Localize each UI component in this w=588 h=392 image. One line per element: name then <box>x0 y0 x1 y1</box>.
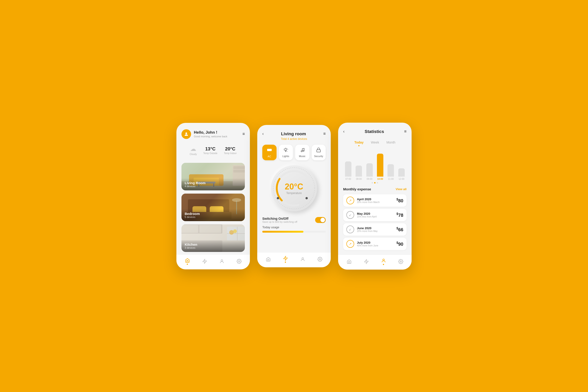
tab-lights[interactable]: Lights <box>279 145 293 160</box>
svg-point-44 <box>306 197 308 199</box>
bar-1100: 11:00 <box>386 164 395 180</box>
expense-june-amount: $66 <box>396 226 403 232</box>
bar-1000: 10:00 <box>376 154 384 180</box>
greeting-hello: Hello, John ! <box>194 130 242 135</box>
expense-june[interactable]: ↙ June 2020 20% more from May $66 <box>343 223 406 236</box>
svg-point-29 <box>233 230 237 233</box>
thermostat-container: 20°C Temperature <box>262 165 326 211</box>
arrow-down-icon-june: ↙ <box>346 226 354 233</box>
avatar <box>182 129 191 139</box>
room-card-kitchen[interactable]: Kitchen 3 devices <box>182 224 245 252</box>
svg-point-36 <box>285 148 287 150</box>
bar-1000-label: 10:00 <box>377 178 383 180</box>
greeting-section: Hello, John ! Good morning, welcome back <box>194 130 242 138</box>
s2-menu-icon[interactable]: ≡ <box>323 131 326 136</box>
svg-point-48 <box>400 261 402 262</box>
expense-july-info: July 2020 40% more from June <box>357 241 394 247</box>
svg-point-19 <box>232 198 241 202</box>
kitchen-devices: 3 devices <box>185 246 242 249</box>
expense-april-info: April 2020 20% more from March <box>357 198 394 204</box>
cloud-icon: ☁ <box>190 145 197 152</box>
screen3-phone: ‹ Statistics ≡ Today Week Month <box>338 123 412 270</box>
expense-july[interactable]: ↗ July 2020 40% more from June $90 <box>343 238 406 250</box>
bar-1100-label: 11:00 <box>388 178 394 180</box>
tab-security[interactable]: Security <box>312 145 326 160</box>
chart-dots <box>343 182 406 184</box>
nav-power-2[interactable] <box>283 256 288 263</box>
svg-rect-11 <box>233 166 245 169</box>
lights-icon <box>283 148 288 154</box>
tab-lights-label: Lights <box>282 155 289 158</box>
svg-point-30 <box>221 260 222 261</box>
arrow-down-icon-may: ↙ <box>346 211 354 219</box>
tab-today[interactable]: Today <box>354 139 364 148</box>
tab-music-label: Music <box>299 155 306 158</box>
svg-point-47 <box>383 259 384 260</box>
expense-april[interactable]: ↗ April 2020 20% more from March $80 <box>343 194 406 207</box>
today-dot <box>358 145 360 146</box>
nav-power-3[interactable] <box>364 259 369 264</box>
nav-dot-2 <box>285 262 286 263</box>
weather-condition: ☁ Cloudy <box>190 145 197 156</box>
month-label: Month <box>386 140 395 144</box>
greeting-subtitle: Good morning, welcome back <box>194 135 242 138</box>
arrow-up-icon-april: ↗ <box>346 196 354 204</box>
usage-bar-bg <box>262 231 326 233</box>
security-icon <box>316 148 321 154</box>
nav-settings-2[interactable] <box>318 257 322 262</box>
expense-july-amount: $90 <box>396 241 403 247</box>
s2-header: ‹ Living room ≡ <box>262 131 326 136</box>
tab-month[interactable]: Month <box>386 139 395 148</box>
s3-bottom-nav <box>338 255 412 270</box>
nav-power[interactable] <box>202 259 207 264</box>
nav-settings-3[interactable] <box>398 259 403 264</box>
nav-profile-2[interactable] <box>300 257 305 262</box>
temp-inside-value: 20°C <box>224 146 237 152</box>
dot-1 <box>372 182 373 184</box>
thermostat-label: Temperature <box>286 192 302 195</box>
nav-profile-3[interactable] <box>381 258 386 265</box>
s3-header: ‹ Statistics ≡ <box>343 129 406 134</box>
menu-icon[interactable]: ≡ <box>242 132 245 136</box>
s3-back-button[interactable]: ‹ <box>343 129 344 134</box>
tab-music[interactable]: Music <box>295 145 310 160</box>
bar-1200-fill <box>398 168 405 176</box>
time-tabs: Today Week Month <box>343 139 406 148</box>
bar-0800: 08:00 <box>355 166 363 180</box>
temp-outside-section: 13°C Temp Outside <box>203 146 218 154</box>
nav-home[interactable] <box>185 258 190 265</box>
s3-menu-icon[interactable]: ≡ <box>404 129 406 134</box>
room-card-living[interactable]: Living Room 4 devices <box>182 163 245 190</box>
tab-ac[interactable]: AC <box>262 145 276 160</box>
bar-0900-fill <box>366 163 373 176</box>
toggle-knob <box>320 218 325 222</box>
usage-title: Today usage <box>262 226 326 229</box>
bar-1100-fill <box>388 164 394 176</box>
dot-2 <box>374 182 376 184</box>
expense-may[interactable]: ↙ May 2020 15% less from April $78 <box>343 209 406 221</box>
room-card-bedroom[interactable]: Bedroom 5 devices <box>182 194 245 221</box>
dot-3 <box>377 182 378 184</box>
switch-info: Switching On/Off Save up to $50 by switc… <box>262 217 297 223</box>
rooms-list: Living Room 4 devices <box>182 163 245 252</box>
kitchen-overlay: Kitchen 3 devices <box>182 240 245 252</box>
nav-home-2[interactable] <box>266 257 271 262</box>
bar-0900-label: 09:00 <box>366 178 372 180</box>
nav-home-3[interactable] <box>346 259 352 264</box>
s2-bottom-nav <box>257 252 331 267</box>
thermostat[interactable]: 20°C Temperature <box>271 165 317 211</box>
nav-settings[interactable] <box>236 259 242 264</box>
view-all-button[interactable]: View all <box>396 188 406 191</box>
back-button[interactable]: ‹ <box>262 131 264 136</box>
tab-security-label: Security <box>314 155 323 158</box>
screen1-phone: Hello, John ! Good morning, welcome back… <box>176 123 250 269</box>
nav-profile[interactable] <box>219 259 224 264</box>
expense-may-amount: $78 <box>396 212 403 218</box>
bedroom-name: Bedroom <box>185 212 242 216</box>
svg-rect-6 <box>190 174 222 178</box>
bar-1200: 12:00 <box>397 168 406 180</box>
living-room-overlay: Living Room 4 devices <box>182 178 245 190</box>
temp-inside-label: Temp Indoor <box>224 152 237 154</box>
tab-week[interactable]: Week <box>371 139 379 148</box>
power-toggle[interactable] <box>315 217 326 223</box>
